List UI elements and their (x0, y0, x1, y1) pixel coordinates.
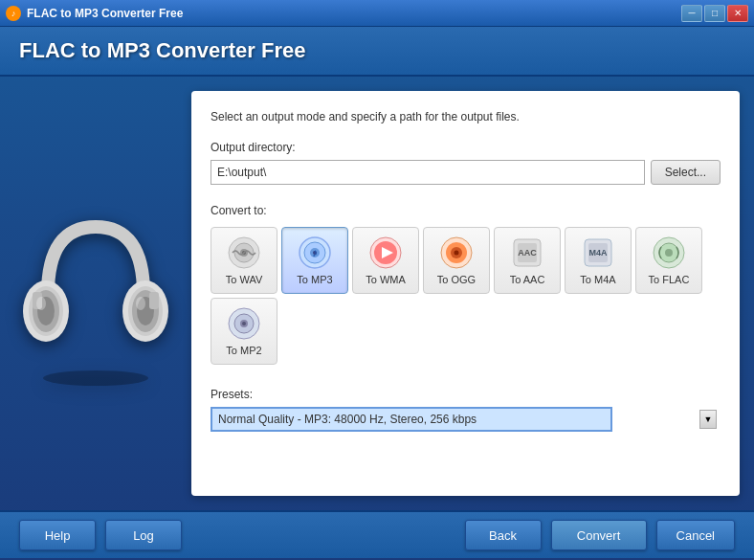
headphones-graphic (19, 208, 172, 380)
presets-select[interactable]: Normal Quality - MP3: 48000 Hz, Stereo, … (211, 407, 612, 432)
output-dir-label: Output directory: (211, 141, 721, 154)
app-header: FLAC to MP3 Converter Free (0, 27, 754, 77)
convert-button[interactable]: Convert (551, 520, 647, 550)
cancel-button[interactable]: Cancel (656, 520, 735, 550)
main-area: Select an output mode and specify a path… (0, 77, 754, 510)
format-mp3-button[interactable]: ♪ To MP3 (281, 227, 348, 294)
format-buttons: To WAV ♪ To MP3 (211, 227, 721, 365)
wav-label: To WAV (226, 274, 263, 285)
maximize-button[interactable]: □ (704, 5, 725, 22)
wma-label: To WMA (366, 274, 406, 285)
svg-text:M4A: M4A (588, 248, 608, 258)
title-bar-left: ♪ FLAC to MP3 Converter Free (6, 6, 183, 21)
right-panel: Select an output mode and specify a path… (191, 91, 740, 496)
toolbar-left: Help Log (19, 520, 182, 550)
svg-text:♪: ♪ (312, 246, 318, 259)
toolbar-right: Back Convert Cancel (465, 520, 735, 550)
convert-to-label: Convert to: (211, 204, 721, 217)
mp3-icon: ♪ (298, 235, 332, 270)
format-aac-button[interactable]: AAC To AAC (494, 227, 561, 294)
left-panel (0, 77, 191, 510)
app-icon: ♪ (6, 6, 21, 21)
svg-point-11 (136, 297, 145, 310)
svg-point-41 (242, 322, 246, 325)
minimize-button[interactable]: ─ (681, 5, 702, 22)
app-title: FLAC to MP3 Converter Free (19, 38, 306, 62)
help-button[interactable]: Help (19, 520, 96, 550)
output-dir-input[interactable] (211, 160, 645, 185)
title-bar: ♪ FLAC to MP3 Converter Free ─ □ ✕ (0, 0, 754, 27)
select-directory-button[interactable]: Select... (651, 160, 721, 185)
presets-label: Presets: (211, 388, 721, 401)
format-ogg-button[interactable]: To OGG (423, 227, 490, 294)
mp2-icon (227, 306, 261, 341)
svg-point-12 (43, 370, 148, 386)
aac-label: To AAC (510, 274, 545, 285)
svg-text:AAC: AAC (518, 248, 537, 258)
mp2-label: To MP2 (226, 345, 261, 356)
title-controls: ─ □ ✕ (681, 5, 748, 22)
aac-icon: AAC (510, 235, 544, 270)
presets-dropdown-arrow-icon: ▼ (699, 410, 717, 429)
close-button[interactable]: ✕ (727, 5, 748, 22)
m4a-label: To M4A (580, 274, 615, 285)
panel-description: Select an output mode and specify a path… (211, 110, 721, 123)
m4a-icon: M4A (581, 235, 615, 270)
format-m4a-button[interactable]: M4A To M4A (565, 227, 632, 294)
ogg-label: To OGG (437, 274, 476, 285)
wma-icon (368, 235, 403, 270)
svg-point-28 (455, 251, 459, 256)
svg-point-10 (36, 297, 46, 310)
format-wma-button[interactable]: To WMA (352, 227, 419, 294)
bottom-toolbar: Help Log Back Convert Cancel (0, 510, 754, 558)
output-dir-row: Select... (211, 160, 721, 185)
log-button[interactable]: Log (105, 520, 182, 550)
format-mp2-button[interactable]: To MP2 (211, 298, 277, 365)
back-button[interactable]: Back (465, 520, 542, 550)
svg-rect-9 (149, 292, 159, 309)
mp3-label: To MP3 (297, 274, 332, 285)
format-wav-button[interactable]: To WAV (211, 227, 277, 294)
ogg-icon (439, 235, 474, 270)
presets-wrapper: Normal Quality - MP3: 48000 Hz, Stereo, … (211, 407, 721, 432)
flac-label: To FLAC (649, 274, 690, 285)
wav-icon (227, 235, 261, 270)
svg-point-37 (665, 249, 673, 257)
title-bar-text: FLAC to MP3 Converter Free (27, 7, 183, 20)
format-flac-button[interactable]: To FLAC (635, 227, 702, 294)
flac-icon (652, 235, 686, 270)
